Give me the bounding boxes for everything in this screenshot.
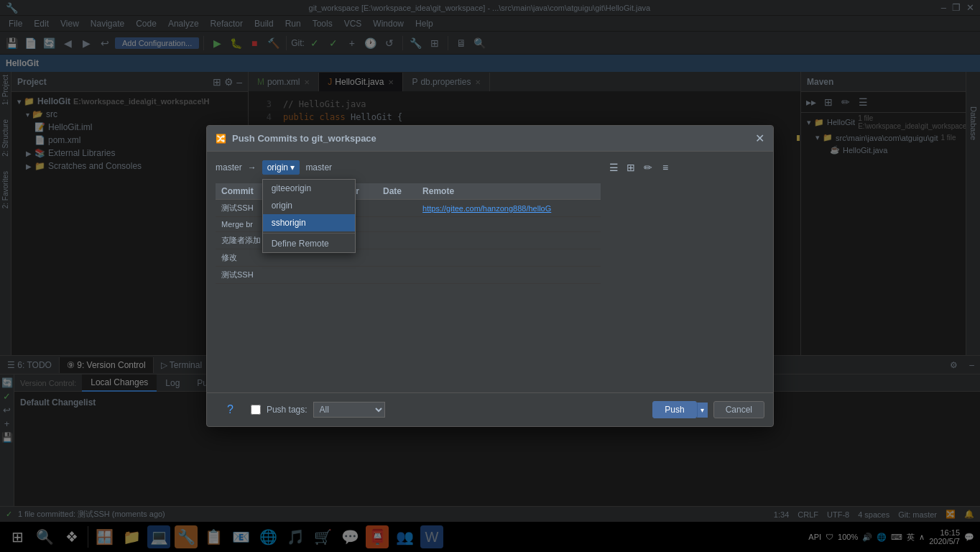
modal-body: master → origin ▾ giteeorigin origin ssh…: [207, 152, 773, 392]
modal-overlay: 🔀 Push Commits to git_workspace ✕ master…: [0, 0, 980, 552]
push-button[interactable]: Push: [652, 401, 696, 418]
push-commits-dialog: 🔀 Push Commits to git_workspace ✕ master…: [206, 125, 774, 427]
modal-footer-left: ? Push tags: All Current Branch None: [216, 400, 385, 419]
branch-from-label: master: [216, 162, 242, 172]
modal-footer-right: Push ▾ Cancel: [652, 401, 764, 418]
mr-layout-btn[interactable]: ⊞: [624, 160, 638, 175]
cell-date: [377, 200, 417, 217]
push-button-group: Push ▾: [652, 401, 707, 418]
remote-selector-container: origin ▾ giteeorigin origin sshorigin De…: [262, 160, 300, 175]
remote-option-define[interactable]: Define Remote: [263, 235, 355, 252]
modal-left-panel: master → origin ▾ giteeorigin origin ssh…: [216, 160, 601, 384]
modal-close-button[interactable]: ✕: [755, 132, 764, 145]
push-tags-select[interactable]: All Current Branch None: [313, 402, 385, 418]
table-row[interactable]: 测试SSH: [216, 267, 601, 284]
mr-expand-btn[interactable]: ☰: [606, 160, 621, 175]
modal-header-left: 🔀 Push Commits to git_workspace: [216, 133, 376, 144]
branch-row: master → origin ▾ giteeorigin origin ssh…: [216, 160, 601, 175]
branch-arrow: →: [248, 162, 256, 172]
remote-option-sshorigin[interactable]: sshorigin: [263, 214, 355, 231]
mr-edit-btn[interactable]: ✏: [641, 160, 655, 175]
modal-git-icon: 🔀: [216, 134, 226, 144]
remote-option-giteeorigin[interactable]: giteeorigin: [263, 180, 355, 197]
push-tags-label: Push tags:: [267, 405, 308, 415]
mr-list-btn[interactable]: ≡: [658, 160, 672, 175]
push-split-arrow[interactable]: ▾: [697, 402, 708, 418]
modal-header: 🔀 Push Commits to git_workspace ✕: [207, 126, 773, 152]
cell-commit: 测试SSH: [216, 267, 282, 284]
remote-separator: [263, 233, 355, 234]
col-url: Remote: [417, 183, 601, 200]
modal-help-button[interactable]: ?: [216, 400, 245, 419]
modal-right-panel: ☰ ⊞ ✏ ≡: [606, 160, 764, 384]
remote-dropdown: giteeorigin origin sshorigin Define Remo…: [262, 179, 356, 253]
remote-option-origin[interactable]: origin: [263, 197, 355, 214]
cell-url: https://gitee.com/hanzong888/helloG: [417, 200, 601, 217]
modal-title: Push Commits to git_workspace: [232, 133, 376, 144]
branch-to-label: master: [305, 162, 332, 172]
modal-right-toolbar: ☰ ⊞ ✏ ≡: [606, 160, 764, 175]
cancel-button[interactable]: Cancel: [713, 401, 764, 418]
modal-footer: ? Push tags: All Current Branch None Pus…: [207, 392, 773, 426]
col-date: Date: [377, 183, 417, 200]
push-tags-checkbox[interactable]: [251, 405, 261, 415]
remote-selector-button[interactable]: origin ▾: [262, 160, 300, 175]
